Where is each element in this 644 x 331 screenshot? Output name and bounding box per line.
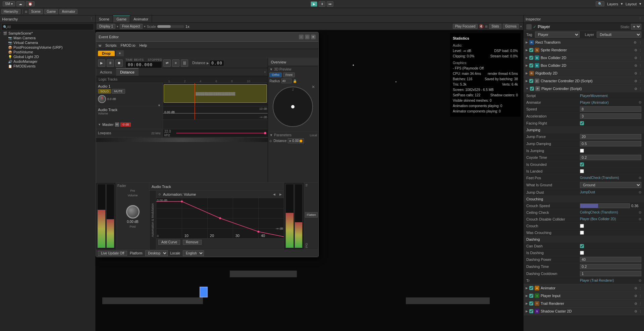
gear-icon7[interactable]: ⚙ <box>634 87 637 91</box>
mute-btn[interactable]: 🔇 <box>479 24 484 29</box>
jumpdust-pick[interactable]: ⊙ <box>639 190 641 194</box>
menu-fmod[interactable]: FMOD.io <box>121 43 136 47</box>
minimize-btn[interactable]: − <box>299 35 304 39</box>
tr-value[interactable]: Player (Trail Renderer) <box>580 279 639 282</box>
stats-btn[interactable]: Stats <box>489 24 501 29</box>
box-collider2-enabled[interactable] <box>529 63 533 67</box>
facing-right-checkbox[interactable] <box>580 121 584 125</box>
box-collider1-enabled[interactable] <box>529 56 533 60</box>
hierarchy-search-input[interactable] <box>7 25 92 29</box>
gear-icon9[interactable]: ⚙ <box>634 294 637 298</box>
hierarchy-item-audiomanager[interactable]: 🔊 AudioManager <box>0 59 95 64</box>
hierarchy-item-postvolume[interactable]: 📦 PostVolume <box>0 50 95 54</box>
play-button[interactable]: ▶ <box>311 1 317 7</box>
distance-tab[interactable]: Distance <box>116 68 139 76</box>
close-btn[interactable]: ✕ <box>311 35 316 39</box>
animator-comp-enabled[interactable] <box>529 286 533 290</box>
scene-menu[interactable]: Scene <box>29 9 43 14</box>
hierarchy-options[interactable]: ⋮ <box>90 17 93 21</box>
gear-icon6[interactable]: ⚙ <box>634 79 637 83</box>
animator-comp-header[interactable]: ▶ A Animator ⚙ ⋮ <box>524 284 644 292</box>
mute-btn2[interactable]: MUTE <box>112 89 125 94</box>
ceilingcheck-value[interactable]: CeilingCheck (Transform) <box>580 210 639 214</box>
dots-icon2[interactable]: ⋮ <box>639 48 642 52</box>
gear-icon1[interactable]: ⚙ <box>634 41 637 44</box>
timeline-plus[interactable]: + <box>264 70 268 74</box>
live-update-btn[interactable]: Live Update Off <box>98 251 127 256</box>
lowpass-content[interactable]: 22.0 kHz <box>163 129 268 137</box>
jumpdust-value[interactable]: JumpDust <box>580 190 638 194</box>
animator-menu[interactable]: Animator <box>59 9 77 14</box>
dots-icon11[interactable]: ⋮ <box>639 310 642 313</box>
dots-icon5[interactable]: ⋮ <box>639 72 642 75</box>
radius-input[interactable] <box>281 79 291 83</box>
tag-select[interactable]: Player <box>535 32 580 38</box>
islanded-checkbox[interactable] <box>580 169 584 173</box>
hierarchy-item-postprocessing[interactable]: 📦 PostProcessingVolume (URP) <box>0 45 95 50</box>
dots-icon3[interactable]: ⋮ <box>639 56 642 60</box>
auto-prev[interactable]: ◀ <box>273 193 275 196</box>
dots-icon10[interactable]: ⋮ <box>639 302 642 305</box>
ceilingcheck-pick[interactable]: ⊙ <box>639 210 641 214</box>
layout-dropdown[interactable]: ▾ <box>639 2 641 6</box>
dots-icon7[interactable]: ⋮ <box>639 87 642 91</box>
jumpforce-input[interactable] <box>580 134 641 139</box>
dots-icon9[interactable]: ⋮ <box>639 294 642 298</box>
pause-transport[interactable]: ⏸ <box>107 59 114 67</box>
player-input-header[interactable]: ▶ I Player Input ⚙ ⋮ <box>524 292 644 299</box>
static-dropdown[interactable]: ▾ <box>631 24 641 30</box>
preview-close-icon[interactable]: ✕ <box>312 85 315 89</box>
coyotetime-input[interactable] <box>580 155 641 160</box>
preview-dot[interactable] <box>291 105 294 108</box>
solo-btn[interactable]: SOLO <box>98 89 111 94</box>
preview-circle[interactable]: Z <box>273 87 313 127</box>
loop-btn[interactable]: ⇄ <box>163 59 171 67</box>
search-btn[interactable]: 🔍 <box>596 1 604 6</box>
dots-icon8[interactable]: ⋮ <box>639 286 642 290</box>
remove-btn[interactable]: Remove <box>183 240 201 245</box>
game-tab[interactable]: Game <box>113 15 130 22</box>
rigidbody-header[interactable]: ▶ R Rigidbody 2D ⚙ ⋮ <box>524 69 644 77</box>
isdashing-checkbox[interactable] <box>580 251 584 255</box>
step-button[interactable]: ⏭ <box>327 1 333 7</box>
display-btn[interactable]: Display 1 <box>97 24 115 29</box>
isjumping-checkbox[interactable] <box>580 149 584 153</box>
lock-icon[interactable]: 🔒 <box>293 79 297 83</box>
flatten-btn[interactable]: Flatten <box>305 212 318 218</box>
dots-icon6[interactable]: ⋮ <box>639 79 642 83</box>
audio1-content[interactable]: ▓▓▓▓▓▓▓▓▓▓▓▓▓▓▓▓▓▓ <box>163 83 268 106</box>
player-enabled-check[interactable]: ✓ <box>533 25 536 29</box>
sm-menu[interactable]: SM ▾ <box>3 1 15 6</box>
menu-scripts[interactable]: Scripts <box>105 43 117 47</box>
feetpos-value[interactable]: GroundCheck (Transform) <box>580 176 638 180</box>
hierarchy-item-fmodevents[interactable]: 📋 FMODEvents <box>0 64 95 68</box>
crouchdisable-value[interactable]: Player (Box Collider 2D) <box>580 217 639 221</box>
gear-icon5[interactable]: ⚙ <box>634 72 637 75</box>
menu-help[interactable]: Help <box>140 43 147 47</box>
ortho-btn[interactable]: Ortho <box>269 73 282 77</box>
preview-arrow[interactable]: ▼ <box>269 67 273 71</box>
script-value[interactable]: PlayerMovement <box>580 94 641 98</box>
scene-tab[interactable]: Scene <box>96 15 113 22</box>
animator-value[interactable]: Player (Animator) <box>580 100 638 104</box>
dropdown-arrow2[interactable]: ▾ <box>144 25 146 28</box>
candash-checkbox[interactable] <box>580 244 584 248</box>
gear-icon4[interactable]: ⚙ <box>634 64 637 67</box>
add-curve-btn[interactable]: Add Curve <box>158 240 180 245</box>
collab-btn[interactable]: ⏰ <box>26 1 35 6</box>
char-ctrl-header[interactable]: ▶ C Character Controller 2D (Script) ⚙ ⋮ <box>524 77 644 85</box>
isgrounded-checkbox[interactable] <box>580 162 584 167</box>
actions-tab[interactable]: Actions <box>96 68 116 76</box>
master-db[interactable]: -0 dB <box>120 123 131 127</box>
gizmos-btn[interactable]: Gizmos <box>503 24 519 29</box>
maximize-btn[interactable]: □ <box>305 35 310 39</box>
in-label[interactable]: In <box>305 184 318 187</box>
inspector-options[interactable]: ⋮ <box>638 17 642 21</box>
stop-transport[interactable]: ⏹ <box>115 59 123 67</box>
gear-icon11[interactable]: ⚙ <box>634 310 637 313</box>
distance-param-value[interactable]: ▶ 0.00 <box>288 138 304 143</box>
crouch-checkbox[interactable] <box>580 224 584 228</box>
gizmos-dropdown[interactable]: ▾ <box>520 25 522 28</box>
trail-enabled[interactable] <box>529 301 533 305</box>
jumpdamping-input[interactable] <box>580 141 641 146</box>
